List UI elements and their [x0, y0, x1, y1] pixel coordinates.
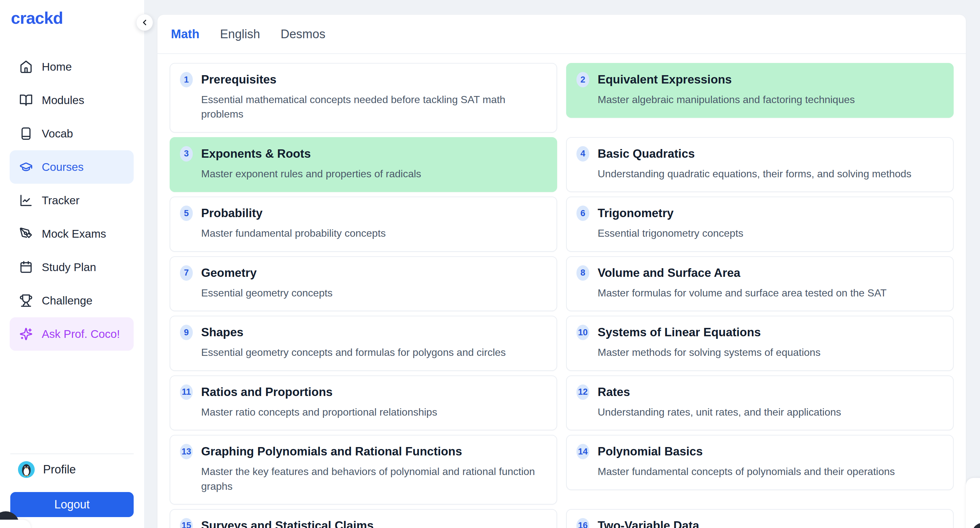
- course-card-4[interactable]: 4Basic Quadratics Understanding quadrati…: [566, 137, 954, 192]
- course-number-badge: 16: [576, 518, 589, 528]
- course-description: Essential trigonometry concepts: [598, 226, 943, 241]
- course-number-badge: 9: [180, 325, 193, 340]
- sidebar-item-study-plan[interactable]: Study Plan: [10, 251, 134, 284]
- book-icon: [19, 127, 33, 140]
- penguin-avatar: [18, 461, 35, 478]
- sidebar-item-label: Mock Exams: [42, 227, 106, 240]
- sparkles-icon: [19, 327, 33, 341]
- course-card-7[interactable]: 7Geometry Essential geometry concepts: [170, 256, 557, 311]
- sidebar-item-challenge[interactable]: Challenge: [10, 284, 134, 317]
- course-description: Master fundamental probability concepts: [201, 226, 547, 241]
- course-card-3[interactable]: 3Exponents & Roots Master exponent rules…: [170, 137, 557, 192]
- course-number-badge: 6: [576, 206, 589, 221]
- sidebar-divider: [10, 453, 134, 454]
- course-number-badge: 13: [180, 444, 193, 459]
- sidebar-item-tracker[interactable]: Tracker: [10, 184, 134, 217]
- profile-label: Profile: [43, 463, 76, 476]
- sidebar-item-label: Ask Prof. Coco!: [42, 328, 120, 341]
- course-card-9[interactable]: 9Shapes Essential geometry concepts and …: [170, 316, 557, 371]
- logout-button[interactable]: Logout: [10, 492, 134, 517]
- course-card-15[interactable]: 15Surveys and Statistical Claims Underst…: [170, 509, 557, 528]
- sidebar: crackd Home Modules Vocab Courses: [0, 0, 145, 528]
- course-description: Master fundamental concepts of polynomia…: [598, 465, 943, 479]
- course-title: Geometry: [201, 266, 257, 280]
- course-description: Master ratio concepts and proportional r…: [201, 405, 547, 419]
- floating-widget-bottom-left: [0, 520, 31, 528]
- sidebar-item-courses[interactable]: Courses: [10, 150, 134, 184]
- book-open-icon: [19, 94, 33, 107]
- sidebar-item-ask-prof-coco[interactable]: Ask Prof. Coco!: [10, 317, 134, 351]
- course-title: Two-Variable Data: [598, 519, 699, 528]
- course-title: Probability: [201, 206, 262, 220]
- course-title: Trigonometry: [598, 206, 673, 220]
- course-title: Rates: [598, 385, 630, 399]
- course-number-badge: 1: [180, 72, 193, 87]
- pen-tool-icon: [19, 227, 33, 241]
- sidebar-item-modules[interactable]: Modules: [10, 84, 134, 117]
- course-number-badge: 10: [576, 325, 589, 340]
- course-number-badge: 12: [576, 384, 589, 400]
- tab-english[interactable]: English: [220, 27, 260, 41]
- course-description: Master methods for solving systems of eq…: [598, 345, 943, 360]
- course-number-badge: 5: [180, 206, 193, 221]
- course-description: Master formulas for volume and surface a…: [598, 286, 943, 300]
- course-title: Graphing Polynomials and Rational Functi…: [201, 445, 462, 458]
- subject-tabs: Math English Desmos: [158, 15, 966, 54]
- course-description: Master exponent rules and properties of …: [201, 166, 547, 181]
- course-description: Essential geometry concepts and formulas…: [201, 345, 547, 360]
- tab-math[interactable]: Math: [171, 27, 199, 41]
- sidebar-item-home[interactable]: Home: [10, 50, 134, 84]
- course-card-16[interactable]: 16Two-Variable Data Analyzing relationsh…: [566, 509, 954, 528]
- course-title: Prerequisites: [201, 73, 276, 86]
- course-title: Shapes: [201, 326, 243, 339]
- course-number-badge: 14: [576, 444, 589, 459]
- course-title: Volume and Surface Area: [598, 266, 740, 280]
- course-title: Exponents & Roots: [201, 147, 311, 160]
- course-card-11[interactable]: 11Ratios and Proportions Master ratio co…: [170, 376, 557, 430]
- course-number-badge: 7: [180, 265, 193, 281]
- sidebar-item-mock-exams[interactable]: Mock Exams: [10, 217, 134, 251]
- course-card-10[interactable]: 10Systems of Linear Equations Master met…: [566, 316, 954, 371]
- chevron-left-icon: [140, 18, 149, 27]
- course-card-1[interactable]: 1Prerequisites Essential mathematical co…: [170, 63, 557, 133]
- sidebar-item-label: Vocab: [42, 127, 73, 140]
- profile-button[interactable]: Profile: [18, 461, 76, 478]
- course-grid: 1Prerequisites Essential mathematical co…: [158, 54, 966, 528]
- sidebar-item-vocab[interactable]: Vocab: [10, 117, 134, 150]
- course-card-5[interactable]: 5Probability Master fundamental probabil…: [170, 197, 557, 252]
- course-title: Polynomial Basics: [598, 445, 703, 458]
- course-description: Master algebraic manipulations and facto…: [598, 92, 943, 107]
- course-card-6[interactable]: 6Trigonometry Essential trigonometry con…: [566, 197, 954, 252]
- course-description: Understanding rates, unit rates, and the…: [598, 405, 943, 419]
- sidebar-collapse-button[interactable]: [136, 14, 153, 31]
- floating-widget-bottom-right: [966, 478, 980, 528]
- course-card-13[interactable]: 13Graphing Polynomials and Rational Func…: [170, 435, 557, 504]
- sidebar-item-label: Tracker: [42, 194, 80, 207]
- course-title: Equivalent Expressions: [598, 73, 732, 86]
- sidebar-item-label: Home: [42, 60, 72, 73]
- course-card-14[interactable]: 14Polynomial Basics Master fundamental c…: [566, 435, 954, 490]
- tab-desmos[interactable]: Desmos: [280, 27, 325, 41]
- graduation-cap-icon: [19, 160, 33, 174]
- trophy-icon: [19, 294, 33, 308]
- sidebar-nav: Home Modules Vocab Courses Tracker: [10, 50, 134, 351]
- course-card-8[interactable]: 8Volume and Surface Area Master formulas…: [566, 256, 954, 311]
- course-description: Essential geometry concepts: [201, 286, 547, 300]
- course-number-badge: 8: [576, 265, 589, 281]
- course-card-12[interactable]: 12Rates Understanding rates, unit rates,…: [566, 376, 954, 430]
- course-number-badge: 3: [180, 146, 193, 162]
- course-number-badge: 4: [576, 146, 589, 162]
- home-icon: [19, 60, 33, 73]
- calendar-icon: [19, 260, 33, 274]
- app-logo: crackd: [11, 8, 63, 28]
- course-number-badge: 15: [180, 518, 193, 528]
- course-number-badge: 11: [180, 384, 193, 400]
- sidebar-item-label: Courses: [42, 160, 84, 173]
- course-title: Systems of Linear Equations: [598, 326, 761, 339]
- sidebar-item-label: Modules: [42, 94, 84, 107]
- course-card-2[interactable]: 2Equivalent Expressions Master algebraic…: [566, 63, 954, 118]
- course-title: Basic Quadratics: [598, 147, 695, 160]
- course-description: Understanding quadratic equations, their…: [598, 166, 943, 181]
- course-description: Essential mathematical concepts needed b…: [201, 92, 547, 122]
- course-title: Ratios and Proportions: [201, 385, 332, 399]
